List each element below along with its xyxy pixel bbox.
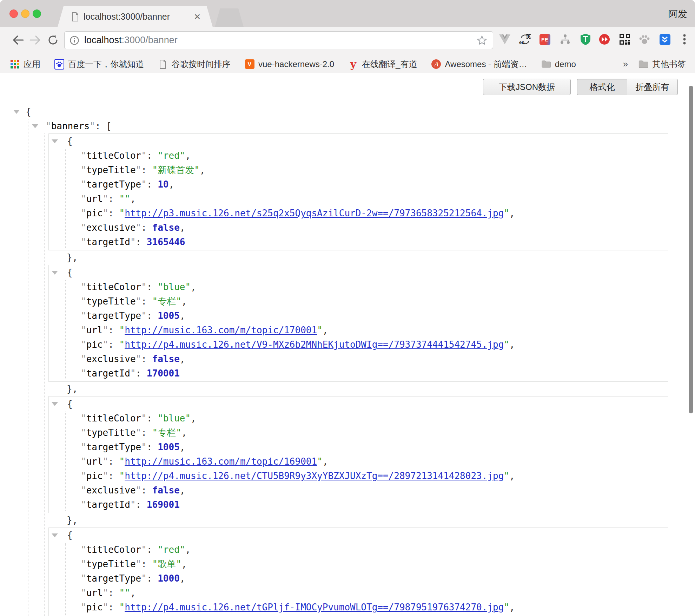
json-row: "typeTitle": "新碟首发", [49,163,668,177]
page-info-icon[interactable] [70,35,79,45]
youdao-icon: y [348,59,358,69]
json-link[interactable]: http://music.163.com/m/topic/169001 [125,456,317,467]
json-key: targetType [86,573,141,584]
format-button[interactable]: 格式化 [577,79,628,95]
json-string-value: "新碟首发" [152,165,200,175]
json-row: "pic": "http://p3.music.126.net/s25q2x5Q… [49,206,668,221]
json-key: typeTitle [86,559,136,569]
json-key: titleColor [86,282,141,292]
json-link[interactable]: http://p3.music.126.net/s25q2x5QyqsAzilC… [125,208,504,218]
json-row: "targetId": 170001 [49,366,668,381]
minimize-window-button[interactable] [21,9,29,18]
collapse-triangle-icon[interactable] [52,139,58,143]
json-row: "url": "http://music.163.com/m/topic/169… [49,454,668,469]
bookmark-demo-folder[interactable]: demo [541,59,576,69]
json-string-value: "red" [158,150,185,161]
json-key: typeTitle [86,427,136,438]
json-key: exclusive [86,222,136,233]
bookmark-awesomes[interactable]: A Awesomes - 前端资… [431,59,527,70]
translate-extension-icon[interactable]: 英en [518,31,532,47]
json-key: url [86,588,103,598]
address-bar[interactable]: localhost:3000/banner [64,31,493,49]
bookmark-youdao[interactable]: y 在线翻译_有道 [348,59,417,70]
json-number-value: 1000 [158,573,180,584]
json-string-value: "专栏" [152,296,181,307]
json-row: "typeTitle": "专栏", [49,294,668,309]
collapse-triangle-icon[interactable] [32,124,38,128]
json-link[interactable]: http://p4.music.126.net/tGPljf-IMOCyPvum… [125,602,504,612]
json-link[interactable]: http://music.163.com/m/topic/170001 [125,325,317,335]
json-key: titleColor [86,544,141,555]
json-row: }, [0,250,695,265]
other-bookmarks-folder[interactable]: 其他书签 [638,59,686,70]
forward-button[interactable] [27,32,44,48]
folder-icon [541,59,551,69]
json-string-value: "" [119,588,130,598]
collapse-triangle-icon[interactable] [13,110,20,114]
zoom-window-button[interactable] [33,9,41,18]
json-row: "url": "", [49,586,668,600]
browser-tab[interactable]: localhost:3000/banner ✕ [58,6,213,27]
collapse-triangle-icon[interactable] [52,533,58,537]
json-row: "titleColor": "red", [49,149,668,163]
json-key: targetId [86,499,130,510]
collapse-triangle-icon[interactable] [52,402,58,406]
json-row: "targetType": 1005, [49,309,668,323]
fe-extension-icon[interactable]: FE [538,31,552,47]
vue-devtools-extension-icon[interactable] [498,31,512,47]
json-array-item-frame: {"titleColor": "red","typeTitle": "新碟首发"… [48,133,668,250]
new-tab-button[interactable] [215,8,244,27]
json-key: targetType [86,442,141,452]
reload-button[interactable] [45,32,61,48]
bookmark-google-sort[interactable]: 谷歌按时间排序 [158,59,231,70]
json-link[interactable]: http://p4.music.126.net/V9-MXz6b2MNhEKju… [125,339,504,350]
json-row: { [49,528,668,543]
indent-guide [65,543,66,616]
double-chevron-extension-icon[interactable] [658,31,672,47]
download-json-button[interactable]: 下载JSON数据 [483,79,571,95]
json-string-value: "歌单" [152,559,181,569]
json-number-value: false [152,222,180,233]
qr-code-extension-icon[interactable] [618,31,632,47]
bookmark-baidu[interactable]: 百度一下，你就知道 [54,59,144,70]
json-row: "exclusive": false, [49,483,668,498]
close-window-button[interactable] [9,9,18,18]
folder-icon [638,59,648,69]
collapse-all-button[interactable]: 折叠所有 [627,79,678,95]
collapse-triangle-icon[interactable] [52,271,58,275]
json-string-value: "red" [158,544,185,555]
profile-name[interactable]: 阿发 [668,8,687,20]
window-titlebar: localhost:3000/banner ✕ 阿发 [0,0,695,27]
json-key: url [86,325,103,335]
paw-extension-icon[interactable] [637,31,651,47]
json-string-value: "" [119,194,130,204]
apps-grid-icon [10,59,20,69]
bookmark-vue-hackernews[interactable]: V vue-hackernews-2.0 [245,59,334,69]
url-path: :3000/banner [122,35,178,46]
json-key: titleColor [86,413,141,424]
json-array-item-frame: {"titleColor": "red","typeTitle": "歌单","… [48,527,668,616]
url-host: localhost [84,35,122,46]
org-chart-extension-icon[interactable] [558,31,572,47]
json-key: exclusive [86,354,136,364]
indent-guide [65,149,66,248]
json-link[interactable]: http://p4.music.126.net/CTU5B9R9y3XyYBZX… [125,471,504,481]
bookmark-apps[interactable]: 应用 [10,59,40,70]
fast-forward-extension-icon[interactable] [597,31,611,47]
tab-close-icon[interactable]: ✕ [194,13,201,21]
json-row: }, [0,513,695,527]
json-key: targetType [86,310,141,321]
json-row: "targetType": 1005, [49,440,668,454]
back-button[interactable] [10,32,26,48]
tampermonkey-shield-icon[interactable] [578,31,593,47]
json-row: { [49,134,668,149]
bookmarks-overflow-chevron[interactable]: » [623,59,628,70]
json-key: pic [86,471,103,481]
json-row: "targetType": 10, [49,177,668,192]
browser-menu-icon[interactable] [677,31,691,47]
json-string-value: "blue" [158,413,191,424]
json-row: "typeTitle": "专栏", [49,426,668,440]
vertical-scrollbar-thumb[interactable] [689,86,693,413]
bookmark-star-icon[interactable] [477,35,487,46]
indent-guide [65,412,66,511]
